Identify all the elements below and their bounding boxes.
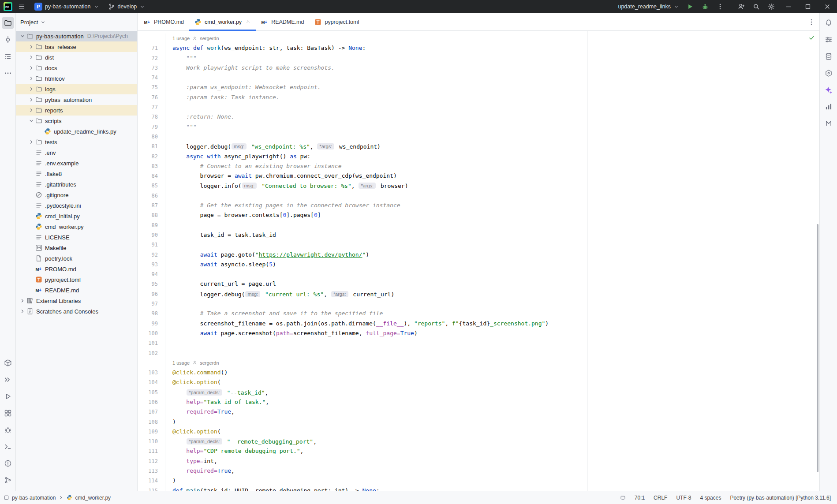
line-number[interactable]: 88: [138, 210, 165, 220]
tab-cmd-worker-py[interactable]: cmd_worker.py: [189, 13, 256, 30]
tree-item-poetry-lock[interactable]: poetry.lock: [16, 253, 137, 264]
chevron-right-icon[interactable]: [27, 44, 35, 50]
tab-promo-md[interactable]: MPROMO.md: [138, 13, 189, 30]
code-line[interactable]: @click.option(: [165, 427, 819, 437]
chevron-down-icon[interactable]: [40, 19, 46, 25]
maximize-button[interactable]: [798, 0, 818, 13]
chevron-right-icon[interactable]: [27, 65, 35, 71]
line-number[interactable]: 109: [138, 427, 165, 437]
tree-item-logs[interactable]: logs: [16, 84, 137, 94]
code-line[interactable]: :param task: Task instance.: [165, 93, 819, 102]
code-line[interactable]: current_url = page.url: [165, 279, 819, 289]
chevron-right-icon[interactable]: [27, 86, 35, 92]
code-line[interactable]: [165, 338, 819, 348]
tree-item-pydocstyle-ini[interactable]: .pydocstyle.ini: [16, 200, 137, 211]
code-line[interactable]: screenshot_filename = os.path.join(os.pa…: [165, 319, 819, 329]
tab-pyproject-toml[interactable]: pyproject.toml: [309, 13, 364, 30]
tree-item-update-readme-links-py[interactable]: update_readme_links.py: [16, 126, 137, 137]
code-line[interactable]: :return: None.: [165, 112, 819, 122]
line-number[interactable]: 84: [138, 171, 165, 181]
breadcrumb-file[interactable]: cmd_worker.py: [75, 495, 111, 501]
line-number[interactable]: 80: [138, 132, 165, 142]
breadcrumb-project[interactable]: py-bas-automation: [12, 495, 56, 501]
code-line[interactable]: ): [165, 476, 819, 485]
close-tab-icon[interactable]: [246, 19, 250, 25]
line-number[interactable]: 87: [138, 201, 165, 210]
problems-button[interactable]: [2, 457, 14, 470]
line-number[interactable]: 82: [138, 152, 165, 161]
code-line[interactable]: @click.option(: [165, 377, 819, 387]
tree-item-cmd-worker-py[interactable]: cmd_worker.py: [16, 221, 137, 232]
python-packages-button[interactable]: [2, 357, 14, 369]
code-line[interactable]: [165, 191, 819, 201]
line-number[interactable]: 77: [138, 102, 165, 112]
run-button[interactable]: [683, 0, 698, 13]
debug-button[interactable]: [698, 0, 713, 13]
line-number[interactable]: 110: [138, 437, 165, 446]
run-tool-button[interactable]: [2, 390, 14, 403]
code-line[interactable]: [165, 240, 819, 250]
code-line[interactable]: ): [165, 417, 819, 427]
code-line[interactable]: *param_decls: "--remote_debugging_port",: [165, 437, 819, 446]
code-line[interactable]: logger.info(msg: "Connected to browser: …: [165, 181, 819, 190]
code-line[interactable]: logger.debug(msg: "current url: %s", *ar…: [165, 289, 819, 299]
line-number[interactable]: 85: [138, 181, 165, 190]
line-number[interactable]: 81: [138, 142, 165, 151]
python-console-button[interactable]: [2, 373, 14, 386]
make-tool-button[interactable]: [822, 117, 835, 130]
line-number[interactable]: 107: [138, 407, 165, 417]
line-number[interactable]: 104: [138, 377, 165, 387]
tree-item-external-libraries[interactable]: External Libraries: [16, 295, 137, 306]
tree-item-reports[interactable]: reports: [16, 105, 137, 116]
chevron-right-icon[interactable]: [19, 308, 26, 314]
line-number[interactable]: 101: [138, 338, 165, 348]
more-tools-button[interactable]: [2, 67, 14, 79]
line-number[interactable]: 99: [138, 319, 165, 329]
code-line[interactable]: # Connect to an existing browser instanc…: [165, 161, 819, 171]
settings-button[interactable]: [764, 0, 779, 13]
terminal-button[interactable]: [2, 441, 14, 453]
line-number[interactable]: 75: [138, 82, 165, 92]
line-number[interactable]: 74: [138, 73, 165, 82]
line-number[interactable]: 113: [138, 466, 165, 476]
tree-item-dist[interactable]: dist: [16, 52, 137, 63]
tree-item-bas-release[interactable]: bas_release: [16, 41, 137, 52]
editor-scrollbar[interactable]: [817, 224, 818, 472]
code-line[interactable]: logger.debug(msg: "ws_endpoint: %s", *ar…: [165, 142, 819, 151]
line-number[interactable]: 95: [138, 279, 165, 289]
code-line[interactable]: help="Task id of task.",: [165, 397, 819, 407]
code-line[interactable]: Work playwright script to make screensho…: [165, 63, 819, 73]
tree-item-gitignore[interactable]: .gitignore: [16, 190, 137, 200]
code-line[interactable]: browser = await pw.chromium.connect_over…: [165, 171, 819, 181]
line-number[interactable]: 98: [138, 309, 165, 318]
line-number[interactable]: 96: [138, 289, 165, 299]
inspections-ok-widget[interactable]: [808, 34, 815, 41]
more-run-actions-button[interactable]: [713, 0, 728, 13]
line-number[interactable]: 115: [138, 486, 165, 491]
line-number[interactable]: 94: [138, 269, 165, 279]
code-line[interactable]: task_id = task.task_id: [165, 230, 819, 240]
usages-hint[interactable]: 1 usage: [172, 358, 190, 368]
line-number[interactable]: 91: [138, 240, 165, 250]
search-everywhere-button[interactable]: [749, 0, 764, 13]
author-hint[interactable]: sergerdn: [200, 358, 219, 368]
line-separator[interactable]: CRLF: [654, 495, 667, 501]
code-line[interactable]: [165, 132, 819, 142]
chevron-right-icon[interactable]: [27, 54, 35, 60]
close-button[interactable]: [818, 0, 837, 13]
tree-item-pybas-automation[interactable]: pybas_automation: [16, 94, 137, 105]
code-line[interactable]: required=True,: [165, 466, 819, 476]
code-line[interactable]: [165, 102, 819, 112]
line-number[interactable]: 106: [138, 397, 165, 407]
tree-item-docs[interactable]: docs: [16, 63, 137, 73]
main-menu-button[interactable]: [14, 0, 29, 13]
line-number[interactable]: 76: [138, 93, 165, 102]
line-number[interactable]: 83: [138, 161, 165, 171]
version-control-button[interactable]: [2, 474, 14, 486]
tree-item-scratches-and-consoles[interactable]: Scratches and Consoles: [16, 306, 137, 317]
code-editor[interactable]: 1 usagesergerdn71async def work(ws_endpo…: [138, 31, 819, 491]
code-line[interactable]: required=True,: [165, 407, 819, 417]
tree-item-env-example[interactable]: .env.example: [16, 158, 137, 168]
code-line[interactable]: [165, 220, 819, 230]
commit-tool-button[interactable]: [2, 34, 14, 46]
